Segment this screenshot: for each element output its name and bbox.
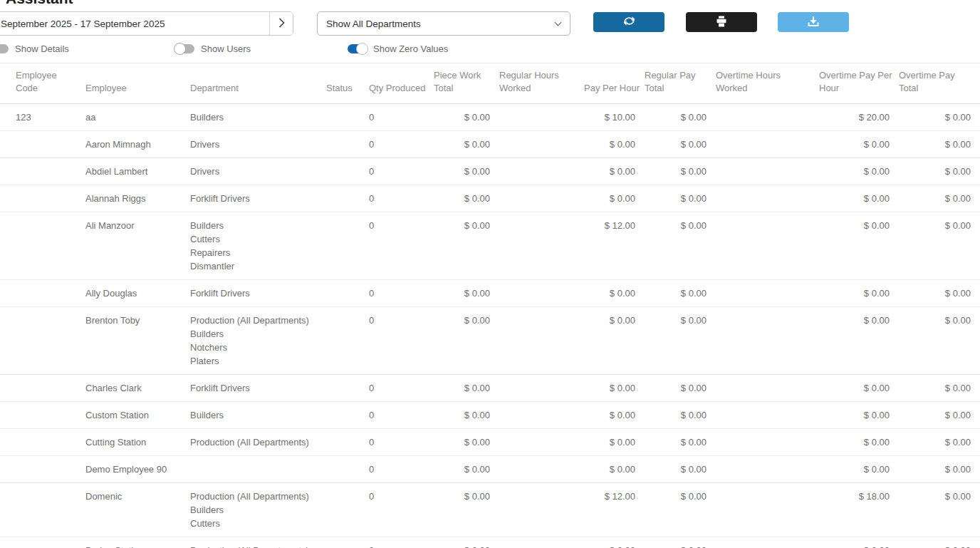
cell-regular-pay-total: $ 0.00: [645, 131, 716, 158]
cell-employee: Demo Employee 90: [85, 456, 190, 483]
cell-qty-produced: 0: [369, 307, 434, 375]
cell-piece-work-total: $ 0.00: [434, 375, 499, 402]
cell-pay-per-hour: $ 0.00: [584, 375, 645, 402]
cell-overtime-pay-per-hour: $ 0.00: [819, 280, 899, 307]
cell-department: Builders: [190, 104, 326, 131]
date-next-button[interactable]: [269, 12, 293, 35]
cell-qty-produced: 0: [369, 537, 434, 548]
col-header-department: Department: [190, 63, 326, 104]
cell-employee: Abdiel Lambert: [85, 158, 190, 185]
show-details-toggle[interactable]: [0, 44, 9, 53]
cell-regular-hours-worked: [499, 158, 584, 185]
cell-overtime-hours-worked: [716, 280, 819, 307]
cell-status: [326, 537, 369, 548]
cell-regular-pay-total: $ 0.00: [645, 537, 716, 548]
cell-overtime-pay-per-hour: $ 0.00: [819, 307, 899, 375]
cell-status: [326, 307, 369, 375]
col-header-regular-pay-total: Regular Pay Total: [645, 63, 716, 104]
download-icon: [808, 16, 819, 29]
cell-pay-per-hour: $ 0.00: [584, 429, 645, 456]
cell-piece-work-total: $ 0.00: [434, 280, 499, 307]
download-button[interactable]: [778, 12, 849, 32]
cell-overtime-pay-total: $ 0.00: [899, 307, 980, 375]
cell-pay-per-hour: $ 0.00: [584, 280, 645, 307]
cell-overtime-hours-worked: [716, 402, 819, 429]
cell-qty-produced: 0: [369, 131, 434, 158]
cell-piece-work-total: $ 0.00: [434, 429, 499, 456]
cell-piece-work-total: $ 0.00: [434, 212, 499, 280]
cell-overtime-pay-per-hour: $ 0.00: [819, 429, 899, 456]
cell-piece-work-total: $ 0.00: [434, 131, 499, 158]
cell-status: [326, 375, 369, 402]
cell-employee-code: [0, 456, 85, 483]
cell-status: [326, 456, 369, 483]
cell-pay-per-hour: $ 0.00: [584, 158, 645, 185]
cell-employee: Ali Manzoor: [85, 212, 190, 280]
cell-piece-work-total: $ 0.00: [434, 104, 499, 131]
cell-pay-per-hour: $ 0.00: [584, 131, 645, 158]
cell-overtime-pay-total: $ 0.00: [899, 280, 980, 307]
cell-employee-code: [0, 375, 85, 402]
table-row: Drying StationProduction (All Department…: [0, 537, 980, 548]
cell-overtime-pay-per-hour: $ 0.00: [819, 456, 899, 483]
table-row: Brenton TobyProduction (All Departments)…: [0, 307, 980, 375]
cell-overtime-pay-per-hour: $ 18.00: [819, 483, 899, 537]
cell-regular-hours-worked: [499, 483, 584, 537]
cell-overtime-hours-worked: [716, 307, 819, 375]
cell-regular-hours-worked: [499, 131, 584, 158]
cell-overtime-pay-total: $ 0.00: [899, 483, 980, 537]
refresh-button[interactable]: [593, 12, 664, 32]
cell-employee: Brenton Toby: [85, 307, 190, 375]
cell-department: Production (All Departments)BuildersCutt…: [190, 483, 326, 537]
cell-overtime-hours-worked: [716, 375, 819, 402]
cell-piece-work-total: $ 0.00: [434, 402, 499, 429]
department-select[interactable]: Show All Departments: [317, 11, 570, 36]
cell-qty-produced: 0: [369, 402, 434, 429]
cell-overtime-pay-total: $ 0.00: [899, 456, 980, 483]
cell-regular-hours-worked: [499, 212, 584, 280]
cell-overtime-pay-total: $ 0.00: [899, 131, 980, 158]
table-row: Ali ManzoorBuildersCuttersRepairersDisma…: [0, 212, 980, 280]
print-button[interactable]: [686, 12, 757, 32]
table-row: Abdiel LambertDrivers0$ 0.00$ 0.00$ 0.00…: [0, 158, 980, 185]
table-row: Charles ClarkForklift Drivers0$ 0.00$ 0.…: [0, 375, 980, 402]
cell-overtime-pay-per-hour: $ 0.00: [819, 537, 899, 548]
cell-department: Drivers: [190, 131, 326, 158]
payroll-table-wrap: Employee Code Employee Department Status…: [0, 63, 980, 548]
cell-employee-code: 123: [0, 104, 85, 131]
cell-regular-hours-worked: [499, 537, 584, 548]
cell-employee: Drying Station: [85, 537, 190, 548]
cell-overtime-hours-worked: [716, 429, 819, 456]
cell-overtime-pay-total: $ 0.00: [899, 212, 980, 280]
cell-employee: Domenic: [85, 483, 190, 537]
cell-regular-pay-total: $ 0.00: [645, 456, 716, 483]
cell-overtime-hours-worked: [716, 456, 819, 483]
cell-overtime-hours-worked: [716, 158, 819, 185]
show-users-toggle[interactable]: [175, 44, 194, 53]
cell-overtime-pay-per-hour: $ 0.00: [819, 402, 899, 429]
cell-pay-per-hour: $ 0.00: [584, 456, 645, 483]
cell-department: BuildersCuttersRepairersDismantler: [190, 212, 326, 280]
col-header-overtime-pay-per-hour: Overtime Pay Per Hour: [819, 63, 899, 104]
cell-pay-per-hour: $ 12.00: [584, 212, 645, 280]
show-zero-values-toggle[interactable]: [348, 44, 367, 53]
cell-qty-produced: 0: [369, 456, 434, 483]
cell-qty-produced: 0: [369, 104, 434, 131]
cell-employee-code: [0, 537, 85, 548]
cell-pay-per-hour: $ 0.00: [584, 402, 645, 429]
date-range-input[interactable]: [0, 12, 269, 35]
cell-regular-hours-worked: [499, 104, 584, 131]
cell-status: [326, 280, 369, 307]
cell-employee-code: [0, 185, 85, 212]
show-zero-values-label: Show Zero Values: [373, 43, 448, 54]
col-header-piece-work-total: Piece Work Total: [434, 63, 499, 104]
cell-qty-produced: 0: [369, 429, 434, 456]
cell-overtime-pay-per-hour: $ 0.00: [819, 212, 899, 280]
cell-status: [326, 429, 369, 456]
cell-overtime-pay-total: $ 0.00: [899, 158, 980, 185]
cell-employee-code: [0, 402, 85, 429]
cell-status: [326, 131, 369, 158]
cell-employee: Custom Station: [85, 402, 190, 429]
cell-status: [326, 212, 369, 280]
cell-overtime-pay-total: $ 0.00: [899, 429, 980, 456]
